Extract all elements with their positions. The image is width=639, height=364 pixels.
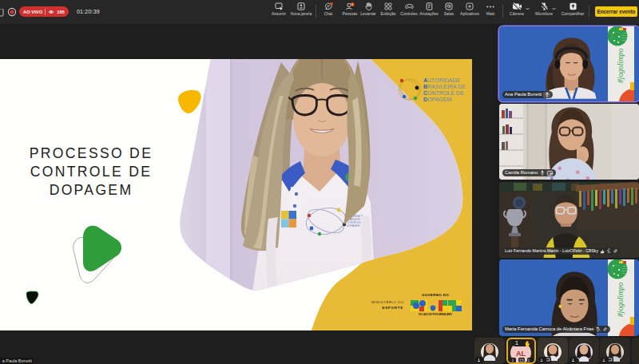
svg-text:AL: AL bbox=[516, 350, 526, 358]
svg-text:DOPAGEM: DOPAGEM bbox=[347, 224, 359, 228]
svg-text:MINISTÉRIO DO: MINISTÉRIO DO bbox=[371, 300, 404, 304]
svg-text:DE CONTROLE: DE CONTROLE bbox=[622, 270, 634, 271]
svg-text:AUTORIDADE: AUTORIDADE bbox=[423, 77, 460, 83]
svg-text:DOPAGEM: DOPAGEM bbox=[50, 182, 133, 198]
svg-text:#jogolimpo: #jogolimpo bbox=[617, 48, 625, 83]
svg-text:BRASILEIRA: BRASILEIRA bbox=[622, 267, 632, 269]
svg-text:DE CONTROLE: DE CONTROLE bbox=[622, 37, 634, 38]
svg-text:1: 1 bbox=[515, 340, 518, 346]
svg-text:DOPAGEM: DOPAGEM bbox=[423, 97, 451, 102]
svg-text:AUTORIDADE: AUTORIDADE bbox=[622, 32, 633, 34]
svg-text:DE DOPAGEM: DE DOPAGEM bbox=[622, 272, 633, 274]
svg-text:PROCESSO DE: PROCESSO DE bbox=[30, 145, 153, 161]
svg-text:DO LADO DO POVO BRASILEIRO: DO LADO DO POVO BRASILEIRO bbox=[419, 313, 452, 316]
svg-text:#jogolimpo: #jogolimpo bbox=[617, 282, 625, 317]
svg-text:DE DOPAGEM: DE DOPAGEM bbox=[622, 39, 633, 41]
svg-text:BRASILEIRA DE: BRASILEIRA DE bbox=[423, 84, 466, 89]
svg-text:✋: ✋ bbox=[524, 340, 531, 347]
svg-text:CONTROLE DE: CONTROLE DE bbox=[30, 164, 152, 180]
svg-text:GOVERNO DO: GOVERNO DO bbox=[422, 293, 449, 297]
svg-text:BRASILEIRA: BRASILEIRA bbox=[622, 34, 632, 36]
svg-text:CONTROLE DE: CONTROLE DE bbox=[423, 90, 464, 96]
svg-text:ESPORTE: ESPORTE bbox=[382, 306, 403, 310]
svg-text:AUTORIDADE: AUTORIDADE bbox=[622, 265, 633, 267]
svg-text:1: 1 bbox=[351, 3, 353, 6]
